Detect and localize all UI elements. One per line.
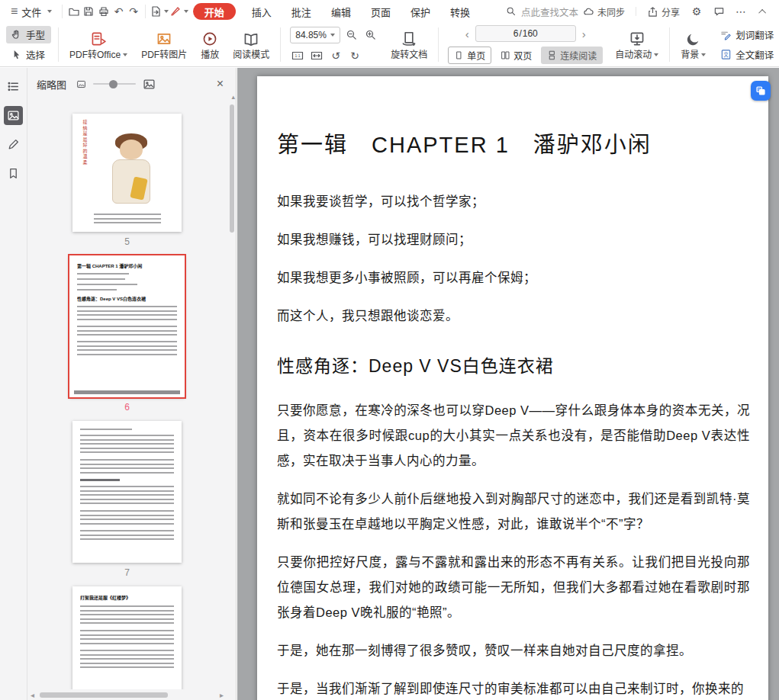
open-file-button[interactable] bbox=[66, 2, 82, 21]
assistant-widget-button[interactable] bbox=[751, 81, 771, 101]
tab-convert[interactable]: 转换 bbox=[440, 1, 480, 22]
more-icon: ⋯ bbox=[736, 6, 746, 17]
thumbnail-icon bbox=[7, 109, 20, 122]
caret-down-icon bbox=[184, 10, 188, 13]
divider bbox=[280, 27, 281, 62]
more-button[interactable]: ⋯ bbox=[731, 2, 751, 21]
background-label: 背景 bbox=[681, 50, 699, 59]
ribbon-tabs: 开始 插入 批注 编辑 页面 保护 转换 bbox=[192, 1, 480, 22]
zoom-out-button[interactable] bbox=[344, 27, 359, 43]
next-page-button[interactable]: › bbox=[580, 28, 588, 40]
save-button[interactable] bbox=[82, 2, 97, 21]
find-text-button[interactable]: 点此查找文本 bbox=[506, 5, 578, 19]
tab-home[interactable]: 开始 bbox=[193, 3, 236, 20]
comment-bubble-icon bbox=[713, 6, 725, 18]
scroll-right-arrow[interactable]: ▸ bbox=[220, 691, 224, 699]
select-tool-button[interactable]: 选择 bbox=[6, 46, 51, 63]
settings-button[interactable]: ⚙ bbox=[687, 2, 707, 21]
page-separator: / bbox=[519, 28, 521, 39]
format-brush-icon bbox=[169, 5, 182, 18]
thumb6-heading: 第一辑 CHAPTER 1 潘驴邓小闲 bbox=[77, 262, 177, 269]
thumbnail-page-5[interactable]: 接纳是最好的温柔 bbox=[72, 114, 182, 232]
format-brush-button[interactable] bbox=[169, 2, 188, 21]
tab-comment[interactable]: 批注 bbox=[282, 1, 321, 22]
zoom-level-select[interactable]: 84.85% bbox=[290, 27, 340, 43]
caret-down-icon bbox=[123, 53, 127, 56]
tab-protect[interactable]: 保护 bbox=[401, 1, 440, 22]
close-panel-button[interactable]: × bbox=[214, 76, 227, 92]
tab-page[interactable]: 页面 bbox=[361, 1, 401, 22]
thumbnail-panel-button[interactable] bbox=[4, 106, 23, 125]
outline-panel-button[interactable] bbox=[4, 77, 23, 96]
moon-icon bbox=[685, 31, 702, 47]
rotate-document-button[interactable]: 旋转文档 bbox=[384, 23, 434, 66]
paragraph: 于是，当我们渐渐了解到即使连尺寸的审美标准都可以由自己来制订时，你换来的 bbox=[277, 676, 750, 700]
search-icon bbox=[506, 6, 517, 17]
divider bbox=[62, 5, 63, 18]
select-tool-label: 选择 bbox=[26, 47, 45, 62]
background-button[interactable]: 背景 bbox=[674, 23, 713, 66]
continuous-pages-icon bbox=[547, 50, 557, 60]
hand-tool-button[interactable]: 手型 bbox=[6, 26, 51, 43]
caret-down-icon bbox=[164, 10, 169, 13]
export-button[interactable] bbox=[150, 2, 169, 21]
collapse-ribbon-button[interactable] bbox=[753, 2, 773, 21]
zoom-out-icon bbox=[346, 29, 358, 41]
bookmark-panel-button[interactable] bbox=[4, 164, 23, 183]
thumbnail-page-number: 5 bbox=[124, 236, 130, 247]
tab-edit[interactable]: 编辑 bbox=[321, 1, 361, 22]
prev-page-button[interactable]: ‹ bbox=[463, 28, 472, 40]
scroll-up-arrow[interactable]: ▴ bbox=[231, 93, 235, 101]
comment-button[interactable] bbox=[709, 2, 729, 21]
slider-knob[interactable] bbox=[109, 80, 117, 88]
reading-mode-button[interactable]: 阅读模式 bbox=[226, 23, 276, 66]
large-thumbnail-icon bbox=[143, 78, 156, 91]
thumbnail-horizontal-scrollbar[interactable]: ◂ ▸ bbox=[27, 690, 236, 700]
share-button[interactable]: 分享 bbox=[642, 5, 684, 18]
main-menu-button[interactable]: ≡ 文件 bbox=[5, 5, 58, 19]
rotate-left-button[interactable]: ↺ bbox=[328, 48, 343, 63]
pdf-to-office-button[interactable]: PDF转Office bbox=[63, 23, 134, 66]
tab-insert[interactable]: 插入 bbox=[242, 1, 282, 22]
sync-status-button[interactable]: 未同步 bbox=[578, 5, 629, 18]
undo-button[interactable]: ↶ bbox=[111, 2, 127, 21]
thumbnail-page-number-selected: 6 bbox=[124, 402, 130, 413]
document-area[interactable]: 第一辑 CHAPTER 1 潘驴邓小闲 如果我要谈哲学，可以找个哲学家； 如果我… bbox=[237, 68, 779, 700]
reading-mode-label: 阅读模式 bbox=[233, 50, 269, 59]
full-translate-button[interactable]: 文 全文翻译 bbox=[716, 46, 779, 63]
single-page-view-button[interactable]: 单页 bbox=[448, 47, 491, 64]
print-button[interactable] bbox=[96, 2, 111, 21]
word-translate-label: 划词翻译 bbox=[736, 27, 774, 42]
fit-page-button[interactable] bbox=[309, 48, 324, 63]
pdf-to-image-button[interactable]: PDF转图片 bbox=[134, 23, 194, 66]
rotate-right-button[interactable]: ↻ bbox=[347, 48, 362, 63]
thumbnail-size-slider[interactable] bbox=[93, 83, 136, 85]
zoom-in-button[interactable] bbox=[363, 27, 378, 43]
titlebar: ≡ 文件 ↶ ↷ 开始 插入 批 bbox=[0, 0, 779, 23]
section-heading: 性感角逐：Deep V VS白色连衣裙 bbox=[277, 352, 750, 377]
cloud-sync-icon bbox=[583, 6, 594, 18]
double-page-view-button[interactable]: 双页 bbox=[494, 47, 538, 64]
thumb6-subheading: 性感角逐：Deep V VS白色连衣裙 bbox=[77, 295, 177, 302]
thumbnail-page-8[interactable]: 打架我还是服《红楼梦》 bbox=[72, 586, 182, 689]
thumbnail-page-6[interactable]: 第一辑 CHAPTER 1 潘驴邓小闲 性感角逐：Deep V VS白色连衣裙 bbox=[69, 255, 185, 397]
word-translate-icon bbox=[720, 29, 732, 40]
horizontal-scroll-thumb[interactable] bbox=[40, 692, 168, 698]
thumbnail-vertical-scrollbar[interactable] bbox=[230, 104, 234, 233]
thumbnail-list[interactable]: 接纳是最好的温柔 5 第一辑 CHAPTER 1 潘驴邓小闲 性感角逐：Deep… bbox=[27, 100, 227, 689]
play-button[interactable]: 播放 bbox=[194, 23, 226, 66]
scroll-left-arrow[interactable]: ◂ bbox=[31, 691, 34, 699]
sync-status-label: 未同步 bbox=[597, 5, 625, 18]
auto-scroll-button[interactable]: 自动滚动 bbox=[608, 23, 665, 66]
annotation-panel-button[interactable] bbox=[4, 135, 23, 154]
actual-size-button[interactable]: 1:1 bbox=[290, 48, 305, 63]
continuous-view-button[interactable]: 连续阅读 bbox=[541, 47, 603, 64]
paragraph: 就如同不论有多少人前仆后继地投入到对胸部尺寸的迷恋中，我们还是看到凯特·莫斯和张… bbox=[277, 486, 750, 537]
thumbnail-page-7[interactable] bbox=[72, 421, 182, 563]
thumbnail-panel: 缩略图 × 接纳是最好的温柔 5 第一辑 CHAPTER 1 潘驴邓小闲 bbox=[27, 68, 237, 700]
page-number-input[interactable]: 6/160 bbox=[475, 25, 576, 42]
caret-down-icon bbox=[47, 10, 52, 13]
word-translate-button[interactable]: 划词翻译 bbox=[716, 26, 779, 43]
pdf-to-image-icon bbox=[156, 31, 172, 47]
redo-button[interactable]: ↷ bbox=[126, 2, 141, 21]
